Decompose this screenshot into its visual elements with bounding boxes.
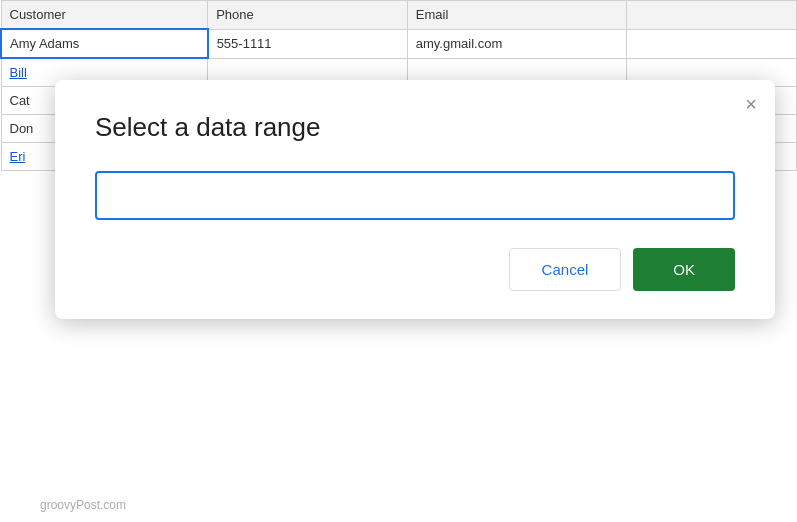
modal-title: Select a data range <box>95 112 735 143</box>
modal-buttons: Cancel OK <box>95 248 735 291</box>
cancel-button[interactable]: Cancel <box>509 248 622 291</box>
modal-overlay: × Select a data range Cancel OK <box>0 0 797 522</box>
ok-button[interactable]: OK <box>633 248 735 291</box>
close-button[interactable]: × <box>745 94 757 114</box>
modal-dialog: × Select a data range Cancel OK <box>55 80 775 319</box>
data-range-input[interactable] <box>95 171 735 220</box>
